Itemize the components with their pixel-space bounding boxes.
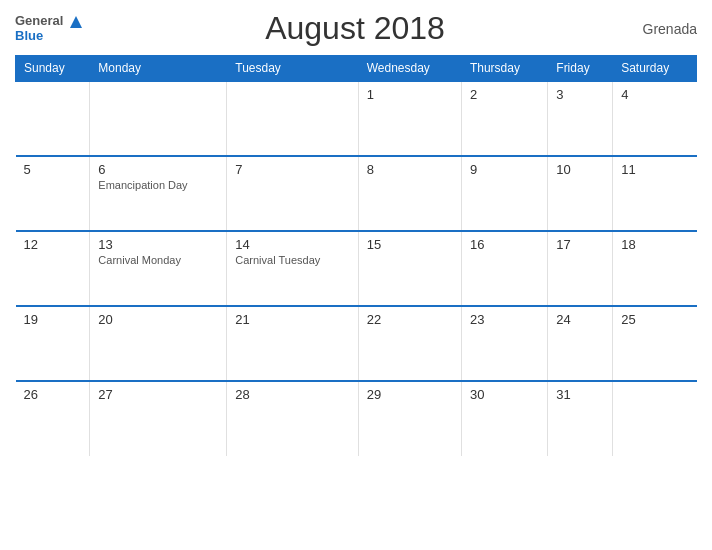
logo-text: General Blue	[15, 14, 83, 43]
day-number: 19	[24, 312, 82, 327]
calendar-cell: 13Carnival Monday	[90, 231, 227, 306]
calendar-cell: 22	[358, 306, 461, 381]
calendar-body: 123456Emancipation Day78910111213Carniva…	[16, 81, 697, 456]
day-number: 29	[367, 387, 453, 402]
day-number: 15	[367, 237, 453, 252]
weekday-header-monday: Monday	[90, 56, 227, 82]
day-number: 8	[367, 162, 453, 177]
weekday-row: SundayMondayTuesdayWednesdayThursdayFrid…	[16, 56, 697, 82]
weekday-header-thursday: Thursday	[461, 56, 547, 82]
calendar-header: SundayMondayTuesdayWednesdayThursdayFrid…	[16, 56, 697, 82]
calendar-cell: 27	[90, 381, 227, 456]
calendar-cell: 8	[358, 156, 461, 231]
week-row: 1213Carnival Monday14Carnival Tuesday151…	[16, 231, 697, 306]
day-number: 14	[235, 237, 349, 252]
day-number: 20	[98, 312, 218, 327]
logo-blue: Blue	[15, 28, 43, 43]
day-number: 26	[24, 387, 82, 402]
day-number: 6	[98, 162, 218, 177]
logo: General Blue	[15, 14, 83, 43]
week-row: 19202122232425	[16, 306, 697, 381]
weekday-header-sunday: Sunday	[16, 56, 90, 82]
calendar-cell: 9	[461, 156, 547, 231]
week-row: 262728293031	[16, 381, 697, 456]
weekday-header-wednesday: Wednesday	[358, 56, 461, 82]
month-title: August 2018	[83, 10, 627, 47]
weekday-header-saturday: Saturday	[613, 56, 697, 82]
event-label: Carnival Monday	[98, 254, 218, 266]
day-number: 31	[556, 387, 604, 402]
week-row: 56Emancipation Day7891011	[16, 156, 697, 231]
day-number: 7	[235, 162, 349, 177]
svg-marker-0	[70, 16, 82, 28]
header: General Blue August 2018 Grenada	[15, 10, 697, 47]
day-number: 22	[367, 312, 453, 327]
day-number: 12	[24, 237, 82, 252]
calendar-cell: 4	[613, 81, 697, 156]
country: Grenada	[627, 21, 697, 37]
calendar-cell: 3	[548, 81, 613, 156]
calendar-cell: 26	[16, 381, 90, 456]
calendar-cell: 25	[613, 306, 697, 381]
calendar-cell: 10	[548, 156, 613, 231]
day-number: 9	[470, 162, 539, 177]
day-number: 21	[235, 312, 349, 327]
calendar-cell	[90, 81, 227, 156]
calendar-cell: 17	[548, 231, 613, 306]
calendar-cell: 30	[461, 381, 547, 456]
calendar-cell	[613, 381, 697, 456]
day-number: 2	[470, 87, 539, 102]
calendar-cell: 31	[548, 381, 613, 456]
calendar-cell: 15	[358, 231, 461, 306]
calendar-cell	[227, 81, 358, 156]
day-number: 28	[235, 387, 349, 402]
calendar-cell: 28	[227, 381, 358, 456]
calendar: SundayMondayTuesdayWednesdayThursdayFrid…	[15, 55, 697, 456]
day-number: 13	[98, 237, 218, 252]
day-number: 30	[470, 387, 539, 402]
weekday-header-tuesday: Tuesday	[227, 56, 358, 82]
calendar-cell: 7	[227, 156, 358, 231]
week-row: 1234	[16, 81, 697, 156]
calendar-cell: 11	[613, 156, 697, 231]
day-number: 4	[621, 87, 688, 102]
calendar-cell: 5	[16, 156, 90, 231]
event-label: Carnival Tuesday	[235, 254, 349, 266]
calendar-cell: 19	[16, 306, 90, 381]
calendar-cell	[16, 81, 90, 156]
calendar-cell: 20	[90, 306, 227, 381]
logo-general: General	[15, 13, 63, 28]
calendar-cell: 6Emancipation Day	[90, 156, 227, 231]
calendar-cell: 21	[227, 306, 358, 381]
calendar-cell: 16	[461, 231, 547, 306]
calendar-cell: 14Carnival Tuesday	[227, 231, 358, 306]
day-number: 27	[98, 387, 218, 402]
day-number: 1	[367, 87, 453, 102]
event-label: Emancipation Day	[98, 179, 218, 191]
calendar-cell: 2	[461, 81, 547, 156]
page: General Blue August 2018 Grenada SundayM…	[0, 0, 712, 550]
calendar-cell: 29	[358, 381, 461, 456]
day-number: 17	[556, 237, 604, 252]
day-number: 18	[621, 237, 688, 252]
calendar-cell: 23	[461, 306, 547, 381]
day-number: 24	[556, 312, 604, 327]
day-number: 25	[621, 312, 688, 327]
calendar-cell: 24	[548, 306, 613, 381]
calendar-cell: 1	[358, 81, 461, 156]
calendar-cell: 12	[16, 231, 90, 306]
weekday-header-friday: Friday	[548, 56, 613, 82]
day-number: 10	[556, 162, 604, 177]
day-number: 5	[24, 162, 82, 177]
logo-icon	[69, 15, 83, 29]
day-number: 23	[470, 312, 539, 327]
day-number: 11	[621, 162, 688, 177]
day-number: 3	[556, 87, 604, 102]
day-number: 16	[470, 237, 539, 252]
calendar-cell: 18	[613, 231, 697, 306]
